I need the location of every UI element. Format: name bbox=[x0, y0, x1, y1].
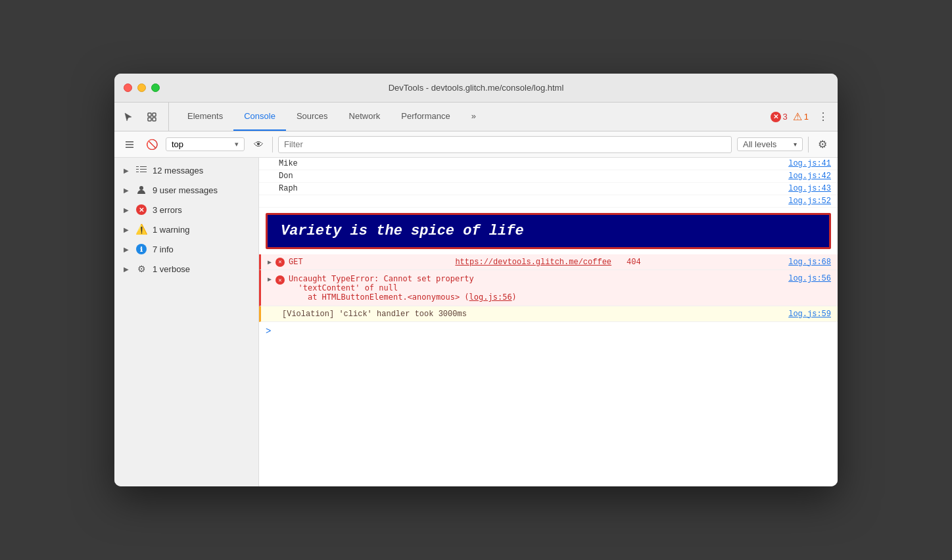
expand-arrow-get[interactable]: ▶ bbox=[268, 258, 272, 266]
filter-input[interactable] bbox=[278, 136, 732, 153]
svg-rect-2 bbox=[148, 118, 151, 121]
console-link-blank[interactable]: log.js:52 bbox=[788, 197, 831, 206]
sidebar-label-warning: 1 warning bbox=[153, 225, 189, 235]
window-title: DevTools - devtools.glitch.me/console/lo… bbox=[389, 83, 564, 93]
highlight-text: Variety is the spice of life bbox=[281, 223, 524, 239]
sidebar: ▶ 12 messages ▶ 9 user messages ▶ ✕ bbox=[114, 158, 259, 486]
console-get-prefix: GET bbox=[289, 258, 451, 267]
svg-rect-1 bbox=[153, 113, 156, 116]
console-text-don: Don bbox=[279, 172, 788, 181]
svg-rect-11 bbox=[136, 172, 139, 172]
sidebar-item-7-info[interactable]: ▶ ℹ 7 info bbox=[114, 239, 258, 259]
tab-performance[interactable]: Performance bbox=[391, 103, 460, 131]
info-circle-icon: ℹ bbox=[135, 243, 147, 255]
svg-rect-12 bbox=[140, 172, 147, 172]
tabs-right-badges: ✕ 3 ⚠ 1 ⋮ bbox=[771, 103, 832, 131]
svg-rect-8 bbox=[140, 166, 147, 167]
expand-arrow-typeerror[interactable]: ▶ bbox=[268, 275, 272, 283]
svg-rect-5 bbox=[126, 144, 133, 145]
tab-network[interactable]: Network bbox=[339, 103, 391, 131]
error-count-badge[interactable]: ✕ 3 bbox=[771, 112, 788, 122]
divider2 bbox=[808, 137, 809, 152]
console-row-mike: Mike log.js:41 bbox=[259, 158, 838, 170]
cursor-icon[interactable] bbox=[120, 108, 137, 126]
svg-rect-10 bbox=[140, 169, 147, 170]
expand-arrow-warning: ▶ bbox=[124, 226, 130, 233]
maximize-button[interactable] bbox=[151, 83, 160, 92]
console-text-mike: Mike bbox=[279, 159, 788, 168]
console-highlight-row: Variety is the spice of life bbox=[266, 213, 831, 249]
error-circle-icon: ✕ bbox=[135, 204, 147, 216]
person-icon bbox=[135, 184, 147, 196]
typeerror-source-link[interactable]: log.js:56 bbox=[469, 292, 512, 302]
console-link-mike[interactable]: log.js:41 bbox=[788, 159, 831, 168]
tabs-bar: Elements Console Sources Network Perform… bbox=[114, 103, 838, 131]
svg-rect-3 bbox=[153, 118, 156, 121]
sidebar-item-12-messages[interactable]: ▶ 12 messages bbox=[114, 160, 258, 180]
levels-dropdown[interactable]: All levels ▾ bbox=[737, 137, 803, 151]
tab-sources[interactable]: Sources bbox=[286, 103, 339, 131]
console-link-raph[interactable]: log.js:43 bbox=[788, 184, 831, 193]
svg-rect-0 bbox=[148, 113, 151, 116]
expand-arrow-info: ▶ bbox=[124, 246, 130, 253]
console-text-raph: Raph bbox=[279, 184, 788, 193]
expand-arrow-user: ▶ bbox=[124, 187, 130, 194]
sidebar-toggle-button[interactable] bbox=[121, 136, 138, 153]
console-warning-violation: [Violation] 'click' handler took 3000ms … bbox=[259, 306, 838, 322]
main-content: ▶ 12 messages ▶ 9 user messages ▶ ✕ bbox=[114, 158, 838, 486]
title-bar: DevTools - devtools.glitch.me/console/lo… bbox=[114, 74, 838, 103]
tab-more[interactable]: » bbox=[461, 103, 487, 131]
clear-console-button[interactable]: 🚫 bbox=[143, 136, 160, 153]
console-get-url[interactable]: https://devtools.glitch.me/coffee bbox=[455, 258, 617, 267]
sidebar-label-12-messages: 12 messages bbox=[153, 166, 203, 175]
svg-rect-6 bbox=[126, 147, 133, 148]
console-link-don[interactable]: log.js:42 bbox=[788, 172, 831, 181]
svg-rect-7 bbox=[136, 166, 139, 167]
inspect-icon[interactable] bbox=[143, 108, 160, 126]
console-error-typeerror: ▶ ✕ Uncaught TypeError: Cannot set prope… bbox=[259, 270, 838, 306]
console-row-blank: log.js:52 bbox=[259, 195, 838, 208]
expand-arrow: ▶ bbox=[124, 167, 130, 174]
traffic-lights bbox=[124, 83, 160, 92]
typeerror-line3: at HTMLButtonElement.<anonymous> (log.js… bbox=[289, 292, 784, 302]
menu-button[interactable]: ⋮ bbox=[814, 108, 832, 126]
error-icon-typeerror: ✕ bbox=[275, 275, 285, 285]
eye-icon-button[interactable]: 👁 bbox=[250, 136, 267, 153]
sidebar-item-1-verbose[interactable]: ▶ ⚙ 1 verbose bbox=[114, 259, 258, 279]
console-get-status: 404 bbox=[622, 258, 784, 267]
error-icon: ✕ bbox=[771, 112, 781, 122]
tab-elements[interactable]: Elements bbox=[177, 103, 233, 131]
tab-bar-icons bbox=[120, 103, 169, 131]
typeerror-line2: 'textContent' of null bbox=[289, 283, 784, 292]
warning-triangle-icon: ⚠️ bbox=[135, 223, 147, 235]
console-toolbar: 🚫 top ▾ 👁 All levels ▾ ⚙ bbox=[114, 131, 838, 158]
sidebar-item-1-warning[interactable]: ▶ ⚠️ 1 warning bbox=[114, 220, 258, 239]
settings-gear-button[interactable]: ⚙ bbox=[814, 136, 831, 153]
sidebar-item-3-errors[interactable]: ▶ ✕ 3 errors bbox=[114, 200, 258, 220]
console-prompt[interactable]: > bbox=[259, 322, 838, 340]
sidebar-item-9-user[interactable]: ▶ 9 user messages bbox=[114, 180, 258, 200]
console-warning-text: [Violation] 'click' handler took 3000ms bbox=[282, 310, 784, 319]
console-link-typeerror[interactable]: log.js:56 bbox=[788, 274, 831, 283]
tab-console[interactable]: Console bbox=[233, 103, 286, 131]
context-selector[interactable]: top ▾ bbox=[166, 137, 245, 151]
console-link-get[interactable]: log.js:68 bbox=[788, 258, 831, 267]
list-icon bbox=[135, 164, 147, 176]
sidebar-label-verbose: 1 verbose bbox=[153, 264, 190, 274]
console-row-don: Don log.js:42 bbox=[259, 170, 838, 183]
svg-point-13 bbox=[139, 186, 143, 190]
verbose-gear-icon: ⚙ bbox=[135, 263, 147, 275]
typeerror-line1: Uncaught TypeError: Cannot set property bbox=[289, 274, 784, 283]
console-link-warning[interactable]: log.js:59 bbox=[788, 310, 831, 319]
minimize-button[interactable] bbox=[137, 83, 146, 92]
expand-arrow-errors: ▶ bbox=[124, 206, 130, 214]
warn-count-badge[interactable]: ⚠ 1 bbox=[793, 110, 809, 123]
expand-arrow-verbose: ▶ bbox=[124, 266, 130, 273]
divider bbox=[272, 137, 273, 152]
error-icon-get: ✕ bbox=[275, 258, 285, 267]
sidebar-label-info: 7 info bbox=[153, 245, 174, 254]
close-button[interactable] bbox=[124, 83, 132, 92]
svg-rect-9 bbox=[136, 169, 139, 170]
sidebar-label-user: 9 user messages bbox=[153, 185, 218, 195]
devtools-window: DevTools - devtools.glitch.me/console/lo… bbox=[114, 74, 838, 486]
